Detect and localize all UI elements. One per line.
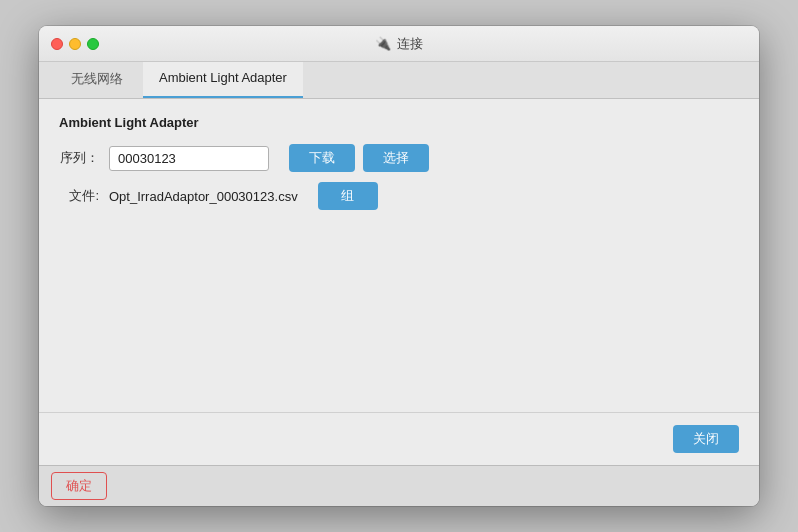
file-actions: 组 xyxy=(318,182,378,210)
file-label: 文件: xyxy=(59,187,109,205)
tab-wireless[interactable]: 无线网络 xyxy=(55,62,139,98)
footer-bar: 确定 xyxy=(39,465,759,506)
bottom-bar: 关闭 xyxy=(39,412,759,465)
content-area: Ambient Light Adapter 序列： 下载 选择 文件: Opt_… xyxy=(39,99,759,412)
tab-ambient[interactable]: Ambient Light Adapter xyxy=(143,62,303,98)
close-button[interactable]: 关闭 xyxy=(673,425,739,453)
window-title: 🔌 连接 xyxy=(375,35,423,53)
tabs-bar: 无线网络 Ambient Light Adapter xyxy=(39,62,759,99)
serial-actions: 下载 选择 xyxy=(289,144,429,172)
group-button[interactable]: 组 xyxy=(318,182,378,210)
serial-input[interactable] xyxy=(109,146,269,171)
minimize-traffic-light[interactable] xyxy=(69,38,81,50)
file-row: 文件: Opt_IrradAdaptor_00030123.csv 组 xyxy=(59,182,739,210)
confirm-button[interactable]: 确定 xyxy=(51,472,107,500)
section-title: Ambient Light Adapter xyxy=(59,115,739,130)
maximize-traffic-light[interactable] xyxy=(87,38,99,50)
serial-label: 序列： xyxy=(59,149,109,167)
traffic-lights xyxy=(51,38,99,50)
download-button[interactable]: 下载 xyxy=(289,144,355,172)
file-value: Opt_IrradAdaptor_00030123.csv xyxy=(109,189,298,204)
select-button[interactable]: 选择 xyxy=(363,144,429,172)
titlebar: 🔌 连接 xyxy=(39,26,759,62)
serial-row: 序列： 下载 选择 xyxy=(59,144,739,172)
titlebar-icon: 🔌 xyxy=(375,36,391,51)
main-window: 🔌 连接 无线网络 Ambient Light Adapter Ambient … xyxy=(39,26,759,506)
titlebar-title-text: 连接 xyxy=(397,35,423,53)
form-rows: 序列： 下载 选择 文件: Opt_IrradAdaptor_00030123.… xyxy=(59,144,739,210)
close-traffic-light[interactable] xyxy=(51,38,63,50)
